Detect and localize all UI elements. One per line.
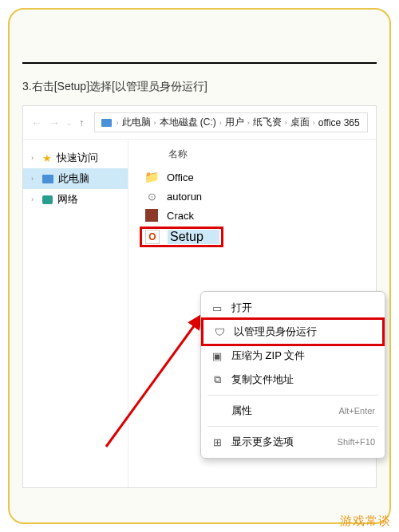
sidebar-item-quick-access[interactable]: › ★ 快速访问 — [23, 148, 128, 168]
chevron-right-icon: › — [219, 119, 222, 127]
file-row-autorun[interactable]: ⊙ autorun — [140, 187, 365, 206]
divider — [22, 62, 377, 64]
zip-icon: ▣ — [211, 349, 223, 362]
autorun-icon: ⊙ — [143, 189, 160, 203]
star-icon: ★ — [42, 152, 52, 164]
chevron-right-icon: › — [313, 119, 315, 127]
forward-button[interactable]: → — [49, 116, 60, 129]
back-button[interactable]: ← — [31, 116, 42, 129]
explorer-body: › ★ 快速访问 › 此电脑 › 网络 名称 📁 — [23, 140, 376, 487]
chevron-right-icon: › — [247, 119, 250, 127]
crumb[interactable]: office 365 — [318, 117, 360, 128]
explorer-sidebar: › ★ 快速访问 › 此电脑 › 网络 — [23, 140, 128, 487]
chevron-right-icon: › — [31, 195, 38, 203]
menu-item-run-as-admin[interactable]: 🛡 以管理员身份运行 — [201, 317, 385, 346]
menu-shortcut: Alt+Enter — [338, 406, 375, 416]
breadcrumb[interactable]: › 此电脑 › 本地磁盘 (C:) › 用户 › 纸飞资 › 桌面 › offi… — [94, 112, 369, 132]
crumb[interactable]: 用户 — [225, 116, 244, 129]
instruction-text: 3.右击[Setup]选择[以管理员身份运行] — [22, 80, 377, 94]
chevron-right-icon: › — [154, 119, 156, 127]
menu-item-open[interactable]: ▭ 打开 — [201, 296, 385, 320]
app-icon — [143, 208, 160, 223]
watermark: 游戏常谈 — [340, 514, 391, 529]
crumb[interactable]: 桌面 — [290, 116, 310, 129]
menu-shortcut: Shift+F10 — [338, 437, 375, 447]
file-explorer-window: ← → ⌄ ↑ › 此电脑 › 本地磁盘 (C:) › 用户 › 纸飞资 › 桌… — [22, 105, 377, 488]
folder-icon: 📁 — [143, 170, 160, 184]
file-row-crack[interactable]: Crack — [140, 206, 365, 225]
office-setup-icon: O — [144, 230, 161, 244]
crumb[interactable]: 此电脑 — [122, 116, 151, 129]
crumb[interactable]: 纸飞资 — [253, 116, 282, 129]
file-list-area: 名称 📁 Office ⊙ autorun Crack O Setup — [128, 140, 376, 487]
chevron-right-icon: › — [31, 154, 38, 162]
chevron-right-icon: › — [285, 119, 287, 127]
nav-buttons: ← → ⌄ ↑ — [31, 116, 85, 129]
sidebar-item-network[interactable]: › 网络 — [23, 189, 128, 210]
explorer-toolbar: ← → ⌄ ↑ › 此电脑 › 本地磁盘 (C:) › 用户 › 纸飞资 › 桌… — [23, 106, 376, 140]
chevron-right-icon: › — [117, 119, 119, 127]
network-icon — [42, 195, 53, 204]
file-label: Setup — [168, 230, 219, 244]
sidebar-item-this-pc[interactable]: › 此电脑 — [23, 168, 128, 189]
file-label: autorun — [167, 191, 202, 203]
copy-icon: ⧉ — [211, 373, 223, 386]
up-button[interactable]: ↑ — [79, 116, 85, 128]
shield-icon: 🛡 — [213, 325, 226, 338]
sidebar-label: 快速访问 — [57, 151, 98, 165]
menu-label: 压缩为 ZIP 文件 — [231, 349, 375, 363]
more-icon: ⊞ — [211, 435, 223, 448]
menu-item-show-more[interactable]: ⊞ 显示更多选项 Shift+F10 — [201, 430, 385, 454]
menu-item-copy-path[interactable]: ⧉ 复制文件地址 — [201, 368, 385, 392]
blank-icon — [211, 404, 223, 417]
pc-icon — [42, 175, 53, 183]
chevron-right-icon: › — [31, 175, 38, 183]
tutorial-card: 3.右击[Setup]选择[以管理员身份运行] ← → ⌄ ↑ › 此电脑 › … — [8, 8, 391, 524]
file-label: Crack — [167, 210, 194, 222]
crumb[interactable]: 本地磁盘 (C:) — [160, 116, 216, 129]
file-row-setup[interactable]: O Setup — [140, 227, 223, 247]
menu-separator — [207, 426, 378, 427]
file-row-office[interactable]: 📁 Office — [140, 167, 365, 187]
menu-label: 打开 — [231, 301, 375, 315]
menu-label: 显示更多选项 — [231, 435, 330, 449]
column-header-name[interactable]: 名称 — [140, 146, 365, 167]
pc-icon — [101, 119, 112, 127]
open-icon: ▭ — [211, 301, 223, 314]
menu-label: 复制文件地址 — [231, 372, 375, 387]
recent-dropdown[interactable]: ⌄ — [66, 119, 73, 127]
menu-item-properties[interactable]: 属性 Alt+Enter — [201, 399, 385, 423]
menu-label: 以管理员身份运行 — [234, 325, 373, 339]
context-menu: ▭ 打开 🛡 以管理员身份运行 ▣ 压缩为 ZIP 文件 ⧉ 复制文件地址 — [200, 291, 385, 459]
sidebar-label: 此电脑 — [58, 171, 89, 186]
file-label: Office — [167, 171, 194, 183]
menu-separator — [207, 395, 378, 396]
sidebar-label: 网络 — [57, 192, 78, 207]
menu-item-compress-zip[interactable]: ▣ 压缩为 ZIP 文件 — [201, 344, 385, 368]
menu-label: 属性 — [231, 404, 330, 418]
